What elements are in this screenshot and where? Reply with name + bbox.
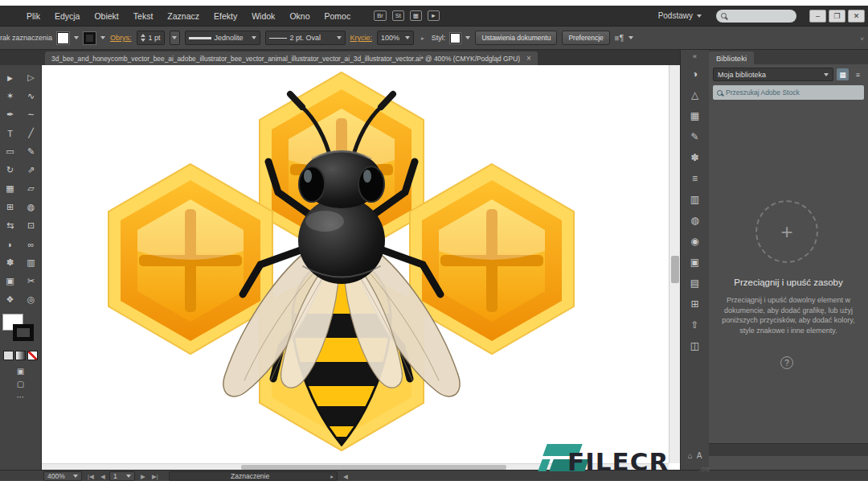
- tool-scale[interactable]: ⇗: [21, 161, 42, 179]
- drop-target-circle[interactable]: +: [755, 200, 818, 263]
- search-input[interactable]: [730, 12, 792, 20]
- preferences-button[interactable]: Preferencje: [562, 31, 609, 45]
- tab-libraries[interactable]: Biblioteki: [709, 51, 754, 64]
- stepper-arrows[interactable]: [141, 34, 145, 42]
- tool-free-transform[interactable]: ⊡: [21, 216, 42, 235]
- menu-item-tekst[interactable]: Tekst: [126, 11, 161, 21]
- prev-page-button[interactable]: ◀: [98, 471, 108, 481]
- tool-hand[interactable]: ❖: [0, 290, 21, 309]
- tool-zoom[interactable]: ◎: [21, 290, 42, 309]
- tool-gradient[interactable]: ◍: [21, 198, 42, 216]
- tool-artboard[interactable]: ▣: [0, 272, 21, 290]
- tool-direct-selection[interactable]: ▷: [21, 68, 42, 87]
- vertical-scrollbar[interactable]: [669, 65, 680, 463]
- tool-shaper[interactable]: ▱: [21, 179, 42, 198]
- search-box[interactable]: [716, 10, 796, 23]
- tool-paintbrush[interactable]: ✎: [21, 142, 42, 161]
- tool-lasso[interactable]: ∿: [21, 87, 42, 105]
- menu-item-widok[interactable]: Widok: [244, 11, 282, 21]
- stroke-width-dropdown[interactable]: [170, 31, 180, 45]
- first-page-button[interactable]: |◀: [85, 471, 96, 481]
- horizontal-scrollbar[interactable]: [42, 463, 669, 470]
- color-button[interactable]: [3, 351, 14, 360]
- stroke-chevron-icon[interactable]: [100, 36, 105, 39]
- style-swatch[interactable]: [450, 33, 461, 43]
- fill-color-swatch[interactable]: [57, 32, 69, 44]
- canvas[interactable]: [42, 65, 669, 463]
- vertical-scrollbar-thumb[interactable]: [671, 256, 679, 283]
- close-tab-icon[interactable]: ×: [526, 54, 531, 63]
- tool-width[interactable]: ⇆: [0, 216, 21, 235]
- opacity-panel-link[interactable]: Krycie:: [350, 34, 373, 42]
- window-button-restore[interactable]: ❐: [829, 10, 845, 23]
- style-expander-icon[interactable]: ▸: [419, 35, 427, 42]
- artwork-bee-honeycomb[interactable]: [42, 65, 669, 463]
- none-button[interactable]: [27, 351, 38, 360]
- panel-icon-artboards[interactable]: ⊞: [686, 294, 705, 314]
- tool-eyedropper[interactable]: ◗: [0, 235, 21, 253]
- tool-mesh[interactable]: ▦: [0, 179, 21, 198]
- app-icon-stock[interactable]: St: [392, 10, 404, 21]
- brush-dropdown[interactable]: 2 pt. Oval: [265, 31, 346, 45]
- page-field[interactable]: 1: [109, 471, 135, 481]
- toolbar-extra-more[interactable]: ⋯: [17, 393, 25, 401]
- menu-item-okno[interactable]: Okno: [282, 11, 317, 21]
- menu-item-obiekt[interactable]: Obiekt: [87, 11, 125, 21]
- status-display[interactable]: Zaznaczenie ▸: [169, 471, 338, 481]
- dock-bottom-icon-type[interactable]: A: [697, 451, 702, 460]
- panel-icon-color[interactable]: ◑: [686, 64, 705, 84]
- window-button-close[interactable]: ✕: [848, 10, 865, 23]
- panel-icon-brushes[interactable]: ✎: [686, 126, 705, 147]
- tool-rotate[interactable]: ↻: [0, 161, 21, 179]
- style-chevron-icon[interactable]: [465, 36, 470, 39]
- library-select[interactable]: Moja biblioteka: [713, 68, 833, 81]
- align-chevron-icon[interactable]: [628, 36, 633, 39]
- stroke-width-stepper[interactable]: 1 pt: [137, 31, 165, 45]
- panel-icon-graphic-styles[interactable]: ▣: [686, 252, 705, 273]
- workspace-switcher[interactable]: Podstawy: [658, 11, 702, 20]
- tool-symbol-sprayer[interactable]: ✽: [0, 253, 21, 272]
- panel-icon-stroke[interactable]: ≡: [686, 168, 705, 189]
- tool-magic-wand[interactable]: ✶: [0, 87, 21, 105]
- panel-icon-libraries[interactable]: ◫: [686, 335, 705, 356]
- tool-column-graph[interactable]: ▥: [21, 253, 42, 272]
- dock-bottom-icon-home[interactable]: ⌂: [688, 451, 693, 460]
- stock-search-input[interactable]: [726, 88, 860, 97]
- tool-slice[interactable]: ✂: [21, 272, 42, 290]
- stroke-style-dropdown[interactable]: Jednolite: [185, 31, 260, 45]
- panel-icon-asset-export[interactable]: ⇧: [686, 314, 705, 335]
- toolbar-extra-draw-mode[interactable]: ▣: [17, 367, 24, 376]
- stroke-color-swatch[interactable]: [84, 32, 96, 44]
- toolbar-extra-screen-mode[interactable]: ▢: [17, 380, 24, 388]
- tool-pen[interactable]: ✒: [0, 105, 21, 124]
- grid-view-button[interactable]: ▦: [837, 68, 849, 80]
- panel-icon-swatches[interactable]: ▦: [686, 105, 705, 126]
- gradient-button[interactable]: [15, 351, 26, 360]
- status-menu-icon[interactable]: ▸: [330, 473, 334, 480]
- zoom-dropdown[interactable]: 400%: [43, 471, 82, 481]
- tool-rectangle[interactable]: ▭: [0, 142, 21, 161]
- dock-collapse-icon[interactable]: «: [693, 52, 697, 64]
- panel-icon-transparency[interactable]: ◍: [686, 210, 705, 231]
- window-button-minimize[interactable]: –: [809, 10, 826, 23]
- panel-icon-color-guide[interactable]: △: [686, 84, 705, 105]
- menu-item-plik[interactable]: Plik: [19, 11, 47, 21]
- status-collapse-icon[interactable]: ◀: [341, 471, 350, 481]
- tool-curvature[interactable]: ∼: [21, 105, 42, 124]
- tool-blend[interactable]: ∞: [21, 235, 42, 253]
- menu-item-pomoc[interactable]: Pomoc: [317, 11, 358, 21]
- stroke-panel-link[interactable]: Obrys:: [110, 34, 132, 42]
- menu-item-efekty[interactable]: Efekty: [207, 11, 244, 21]
- help-button[interactable]: ?: [780, 356, 793, 369]
- tool-type[interactable]: T: [0, 124, 21, 142]
- controlbar-collapse-icon[interactable]: ˅: [860, 35, 864, 43]
- app-icon-arrange-documents[interactable]: ▦: [410, 10, 422, 21]
- document-tab[interactable]: 3d_bee_and_honeycomb_vector_bee_ai_adobe…: [45, 51, 538, 65]
- panel-icon-gradient[interactable]: ▥: [686, 189, 705, 210]
- opacity-dropdown[interactable]: 100%: [377, 31, 414, 45]
- document-setup-button[interactable]: Ustawienia dokumentu: [475, 31, 557, 45]
- panel-icon-layers[interactable]: ▤: [686, 273, 705, 294]
- next-page-button[interactable]: ▶: [138, 471, 148, 481]
- fill-chevron-icon[interactable]: [74, 36, 79, 39]
- panel-icon-appearance[interactable]: ◉: [686, 231, 705, 252]
